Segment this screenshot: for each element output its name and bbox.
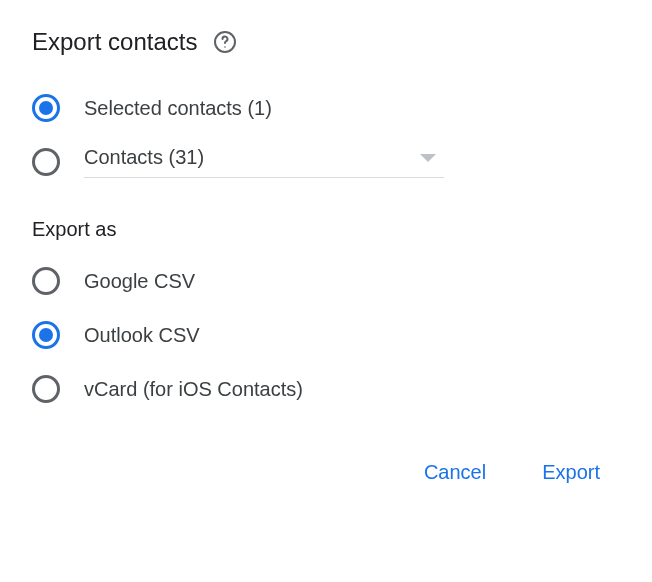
radio-outlook-csv[interactable]: Outlook CSV [32, 319, 620, 351]
export-as-label: Export as [32, 218, 620, 241]
radio-icon [32, 148, 60, 176]
radio-google-csv[interactable]: Google CSV [32, 265, 620, 297]
radio-icon [32, 375, 60, 403]
radio-label: Outlook CSV [84, 324, 200, 347]
help-icon[interactable] [213, 30, 237, 54]
radio-vcard[interactable]: vCard (for iOS Contacts) [32, 373, 620, 405]
radio-contacts-dropdown[interactable]: Contacts (31) [32, 146, 620, 178]
radio-icon [32, 321, 60, 349]
radio-label: vCard (for iOS Contacts) [84, 378, 303, 401]
svg-point-1 [225, 46, 227, 48]
export-button[interactable]: Export [538, 453, 604, 492]
chevron-down-icon [420, 154, 436, 162]
dialog-actions: Cancel Export [32, 453, 620, 492]
radio-label: Google CSV [84, 270, 195, 293]
dropdown-label: Contacts (31) [84, 146, 204, 169]
dialog-header: Export contacts [32, 28, 620, 56]
radio-selected-contacts[interactable]: Selected contacts (1) [32, 92, 620, 124]
radio-icon [32, 267, 60, 295]
contacts-dropdown[interactable]: Contacts (31) [84, 146, 444, 178]
export-format-group: Google CSV Outlook CSV vCard (for iOS Co… [32, 265, 620, 405]
radio-label: Selected contacts (1) [84, 97, 272, 120]
export-source-group: Selected contacts (1) Contacts (31) [32, 92, 620, 178]
dialog-title: Export contacts [32, 28, 197, 56]
radio-icon [32, 94, 60, 122]
cancel-button[interactable]: Cancel [420, 453, 490, 492]
